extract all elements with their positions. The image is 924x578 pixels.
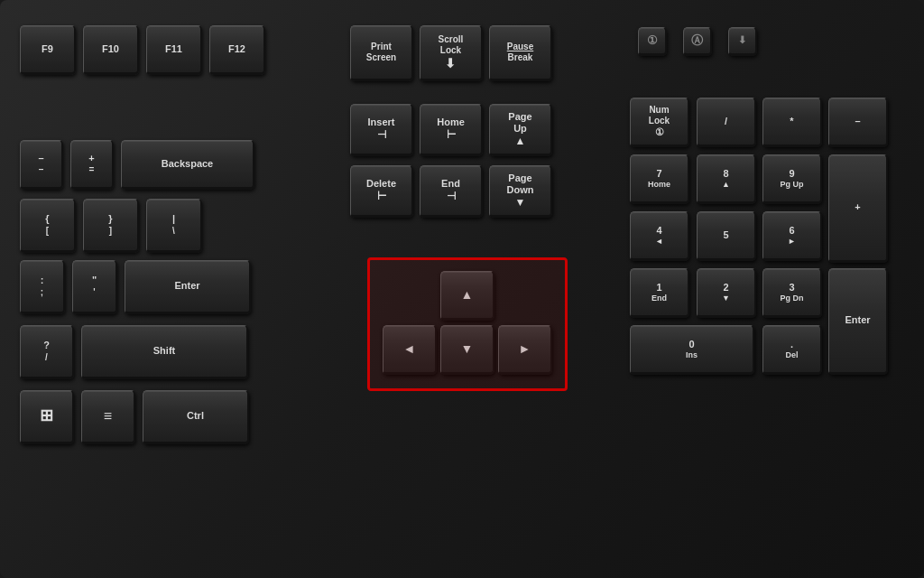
scroll-lock-led: ⬇ xyxy=(728,27,757,56)
key-numpad-8[interactable]: 8 ▲ xyxy=(697,154,756,204)
key-numpad-2[interactable]: 2 ▼ xyxy=(697,268,756,318)
key-end[interactable]: End⊣ xyxy=(420,165,483,218)
key-arrow-up[interactable]: ▲ xyxy=(440,271,494,321)
key-numpad-6[interactable]: 6 ► xyxy=(762,211,822,261)
key-minus[interactable]: – – xyxy=(20,140,63,190)
key-ctrl-left[interactable]: Ctrl xyxy=(143,390,249,444)
key-arrow-left[interactable]: ◄ xyxy=(383,325,437,375)
key-numpad-minus[interactable]: – xyxy=(828,98,888,147)
key-delete[interactable]: Delete⊢ xyxy=(350,165,413,218)
key-close-brace[interactable]: } ] xyxy=(83,199,139,253)
key-numpad-plus[interactable]: + xyxy=(828,154,888,263)
key-plus-equals[interactable]: + = xyxy=(70,140,114,190)
key-arrow-right[interactable]: ► xyxy=(498,325,552,375)
key-num-lock[interactable]: NumLock① xyxy=(630,98,689,147)
key-pipe-backslash[interactable]: | \ xyxy=(146,199,202,253)
key-windows[interactable]: ⊞ xyxy=(20,390,74,444)
key-numpad-3[interactable]: 3 Pg Dn xyxy=(762,268,822,318)
num-lock-led: ① xyxy=(638,27,667,56)
key-right-shift[interactable]: Shift xyxy=(81,325,248,379)
key-home[interactable]: Home⊢ xyxy=(420,104,483,156)
key-arrow-down[interactable]: ▼ xyxy=(440,325,494,375)
key-print-screen[interactable]: PrintScreen xyxy=(350,25,413,81)
key-numpad-9[interactable]: 9 Pg Up xyxy=(762,154,822,204)
key-numpad-7[interactable]: 7 Home xyxy=(630,154,689,204)
key-f11[interactable]: F11 xyxy=(146,25,202,75)
key-numpad-5[interactable]: 5 xyxy=(697,211,756,261)
key-apps[interactable]: ≡ xyxy=(81,390,135,444)
key-enter[interactable]: Enter xyxy=(125,260,251,314)
caps-lock-led: Ⓐ xyxy=(683,27,712,56)
key-numpad-decimal[interactable]: . Del xyxy=(762,325,822,375)
key-f9[interactable]: F9 xyxy=(20,25,76,75)
key-page-up[interactable]: PageUp▲ xyxy=(489,104,552,156)
key-open-brace[interactable]: { [ xyxy=(20,199,76,253)
key-pause-break[interactable]: PauseBreak xyxy=(489,25,552,81)
keyboard-background: ① Ⓐ ⬇ F9 F10 F11 F12 PrintScreen ScrollL… xyxy=(0,0,924,578)
key-f10[interactable]: F10 xyxy=(83,25,139,75)
key-scroll-lock[interactable]: ScrollLock⬇ xyxy=(420,25,483,81)
key-numpad-enter[interactable]: Enter xyxy=(828,268,888,375)
key-numpad-1[interactable]: 1 End xyxy=(630,268,689,318)
key-backspace[interactable]: Backspace xyxy=(121,140,254,190)
key-colon-semicolon[interactable]: : ; xyxy=(20,260,65,314)
key-insert[interactable]: Insert⊣ xyxy=(350,104,413,156)
key-numpad-asterisk[interactable]: * xyxy=(762,98,822,147)
key-page-down[interactable]: PageDown▼ xyxy=(489,165,552,218)
key-question-slash[interactable]: ? / xyxy=(20,325,74,379)
led-indicators: ① Ⓐ ⬇ xyxy=(638,27,757,56)
key-numpad-0[interactable]: 0 Ins xyxy=(630,325,754,375)
key-f12[interactable]: F12 xyxy=(209,25,265,75)
key-numpad-slash[interactable]: / xyxy=(697,98,756,147)
key-quote-doublequote[interactable]: " ' xyxy=(72,260,117,314)
key-numpad-4[interactable]: 4 ◄ xyxy=(630,211,689,261)
